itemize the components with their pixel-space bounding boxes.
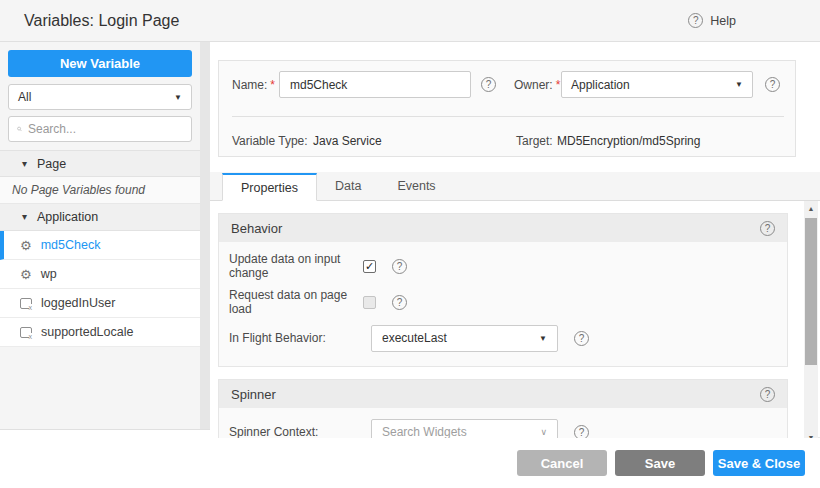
tree-item-md5check[interactable]: ⚙ md5Check (0, 231, 200, 260)
chevron-down-icon: ∨ (540, 427, 547, 437)
tree-item-label: md5Check (41, 238, 101, 252)
tree-group-page-label: Page (37, 157, 66, 171)
name-field[interactable] (279, 71, 471, 98)
caret-down-icon: ▼ (735, 80, 743, 89)
variable-icon (20, 298, 32, 309)
properties-panel: Behavior ? Update data on input change ✓… (210, 201, 804, 438)
in-flight-behavior-value: executeLast (382, 331, 447, 345)
help-label: Help (710, 14, 736, 28)
variable-filter-select[interactable]: All ▼ (8, 84, 192, 110)
search-input[interactable] (28, 122, 183, 136)
variable-type-label: Variable Type: (232, 134, 308, 148)
tree-item-loggedinuser[interactable]: loggedInUser (0, 289, 200, 318)
tree-item-wp[interactable]: ⚙ wp (0, 260, 200, 289)
gear-icon: ⚙ (20, 239, 32, 252)
behavior-section-title: Behavior (231, 221, 282, 236)
tree-item-label: wp (41, 267, 57, 281)
tree-item-label: supportedLocale (41, 325, 133, 339)
caret-down-icon: ▼ (539, 334, 547, 343)
owner-value: Application (571, 78, 630, 92)
page-empty-message: No Page Variables found (0, 177, 200, 204)
request-data-checkbox[interactable] (363, 296, 376, 309)
search-icon (17, 123, 22, 135)
behavior-section: Behavior ? Update data on input change ✓… (218, 213, 788, 367)
variables-tree: ▾ Page No Page Variables found ▾ Applica… (0, 150, 200, 347)
variable-editor: Name:* ? Owner:* Application ▼ ? Variabl… (210, 42, 820, 438)
tree-item-label: loggedInUser (41, 296, 115, 310)
property-label: Update data on input change (229, 252, 371, 280)
owner-label: Owner:* (514, 78, 560, 92)
in-flight-help-icon[interactable]: ? (574, 331, 589, 346)
new-variable-button[interactable]: New Variable (8, 50, 192, 77)
tree-group-application-label: Application (37, 210, 98, 224)
name-help-icon[interactable]: ? (481, 77, 496, 92)
spinner-context-placeholder: Search Widgets (382, 425, 467, 438)
variable-type-value: Java Service (313, 134, 382, 148)
in-flight-behavior-select[interactable]: executeLast ▼ (371, 325, 558, 352)
tree-item-supportedlocale[interactable]: supportedLocale (0, 318, 200, 347)
spinner-section-title: Spinner (231, 387, 276, 402)
update-data-help-icon[interactable]: ? (392, 259, 407, 274)
property-label: Spinner Context: (229, 425, 371, 438)
save-and-close-button[interactable]: Save & Close (713, 450, 805, 476)
spinner-section: Spinner ? Spinner Context: Search Widget… (218, 379, 788, 438)
page-title: Variables: Login Page (24, 12, 179, 30)
tab-data[interactable]: Data (317, 172, 379, 200)
target-value: MD5Encryption/md5Spring (557, 134, 700, 148)
target-label: Target: (516, 134, 553, 148)
scroll-up-arrow[interactable]: ▲ (804, 201, 818, 215)
tree-group-application[interactable]: ▾ Application (0, 204, 200, 231)
properties-scrollbar[interactable]: ▲ ▼ (804, 201, 818, 444)
variable-icon (20, 327, 32, 338)
request-data-help-icon[interactable]: ? (392, 295, 407, 310)
triangle-down-icon: ▾ (22, 212, 27, 222)
check-icon: ✓ (365, 261, 374, 272)
property-row-request-data: Request data on page load ? (219, 284, 787, 320)
required-marker: * (556, 78, 561, 92)
panel-divider (232, 116, 784, 117)
update-data-checkbox[interactable]: ✓ (363, 260, 376, 273)
editor-tabs: Properties Data Events (210, 172, 820, 201)
owner-select[interactable]: Application ▼ (561, 71, 753, 98)
tab-events[interactable]: Events (379, 172, 453, 200)
gear-icon: ⚙ (20, 268, 32, 281)
help-link[interactable]: ? Help (688, 13, 736, 28)
behavior-section-header: Behavior ? (219, 214, 787, 242)
property-label: Request data on page load (229, 288, 371, 316)
sidebar-separator (200, 42, 210, 430)
behavior-help-icon[interactable]: ? (760, 221, 775, 236)
property-row-spinner-context: Spinner Context: Search Widgets ∨ ? (219, 414, 787, 438)
search-box (8, 116, 192, 142)
spinner-context-select[interactable]: Search Widgets ∨ (371, 419, 558, 439)
spinner-help-icon[interactable]: ? (760, 387, 775, 402)
variable-filter-value: All (18, 90, 31, 104)
required-marker: * (270, 78, 275, 92)
variables-sidebar: New Variable All ▼ ▾ Page No Page Variab… (0, 42, 200, 430)
spinner-context-help-icon[interactable]: ? (574, 425, 589, 439)
triangle-down-icon: ▾ (22, 159, 27, 169)
caret-down-icon: ▼ (174, 93, 182, 102)
variables-dialog: Variables: Login Page ? Help New Variabl… (0, 0, 820, 488)
save-button[interactable]: Save (615, 450, 705, 476)
name-label: Name:* (232, 78, 275, 92)
property-row-in-flight: In Flight Behavior: executeLast ▼ ? (219, 320, 787, 356)
property-row-update-data: Update data on input change ✓ ? (219, 248, 787, 284)
cancel-button[interactable]: Cancel (517, 450, 607, 476)
variable-summary-panel: Name:* ? Owner:* Application ▼ ? Variabl… (218, 60, 796, 157)
dialog-footer: Cancel Save Save & Close (0, 438, 820, 488)
spinner-section-header: Spinner ? (219, 380, 787, 408)
dialog-header: Variables: Login Page ? Help (0, 0, 820, 42)
property-label: In Flight Behavior: (229, 331, 371, 345)
scrollbar-thumb[interactable] (805, 218, 817, 365)
tab-properties[interactable]: Properties (222, 173, 317, 201)
tree-group-page[interactable]: ▾ Page (0, 150, 200, 177)
owner-help-icon[interactable]: ? (765, 77, 780, 92)
help-icon: ? (688, 13, 703, 28)
